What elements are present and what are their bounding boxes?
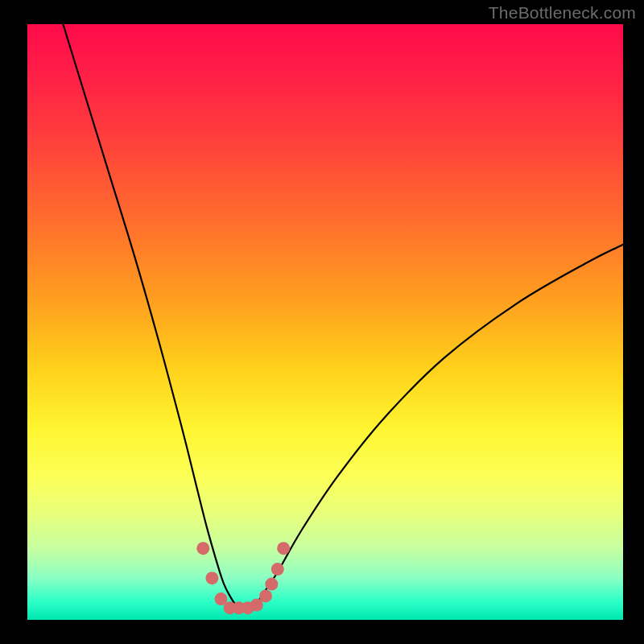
curve-layer: [27, 24, 623, 620]
highlight-marker: [259, 589, 272, 602]
highlight-marker: [205, 572, 218, 584]
highlight-marker: [196, 542, 209, 555]
highlight-marker: [265, 578, 278, 591]
bottleneck-curve: [63, 24, 623, 609]
watermark-text: TheBottleneck.com: [489, 3, 636, 23]
plot-area: [27, 24, 623, 620]
chart-frame: TheBottleneck.com: [0, 0, 644, 644]
highlight-markers: [196, 542, 290, 614]
highlight-marker: [271, 563, 284, 576]
highlight-marker: [277, 542, 290, 555]
